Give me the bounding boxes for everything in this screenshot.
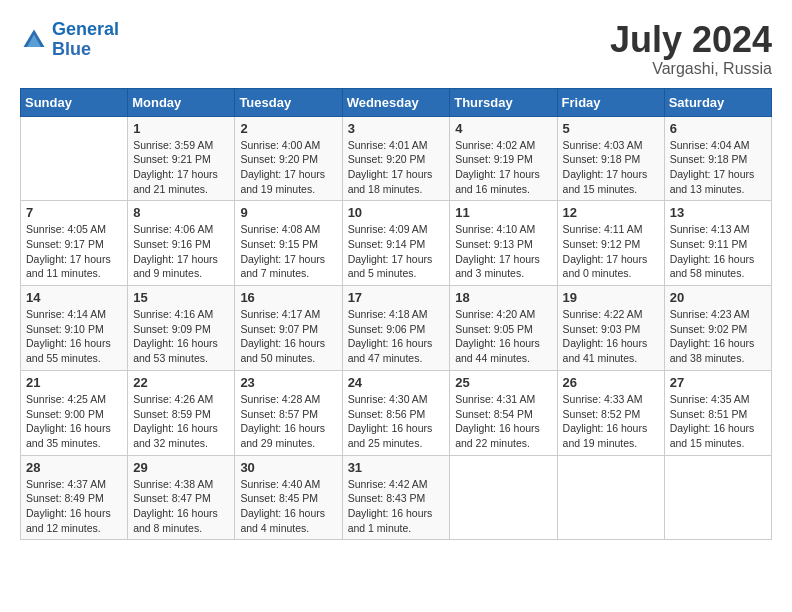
day-info: Sunrise: 4:23 AMSunset: 9:02 PMDaylight:… <box>670 307 766 366</box>
calendar-cell: 9Sunrise: 4:08 AMSunset: 9:15 PMDaylight… <box>235 201 342 286</box>
month-title: July 2024 <box>610 20 772 60</box>
day-info: Sunrise: 4:38 AMSunset: 8:47 PMDaylight:… <box>133 477 229 536</box>
calendar-cell: 5Sunrise: 4:03 AMSunset: 9:18 PMDaylight… <box>557 116 664 201</box>
title-block: July 2024 Vargashi, Russia <box>610 20 772 78</box>
day-number: 10 <box>348 205 445 220</box>
calendar-cell: 16Sunrise: 4:17 AMSunset: 9:07 PMDayligh… <box>235 286 342 371</box>
calendar-cell: 25Sunrise: 4:31 AMSunset: 8:54 PMDayligh… <box>450 370 557 455</box>
logo-line1: General <box>52 19 119 39</box>
calendar-cell: 7Sunrise: 4:05 AMSunset: 9:17 PMDaylight… <box>21 201 128 286</box>
calendar-cell: 1Sunrise: 3:59 AMSunset: 9:21 PMDaylight… <box>128 116 235 201</box>
calendar-cell: 18Sunrise: 4:20 AMSunset: 9:05 PMDayligh… <box>450 286 557 371</box>
page-header: General Blue July 2024 Vargashi, Russia <box>20 20 772 78</box>
day-info: Sunrise: 4:18 AMSunset: 9:06 PMDaylight:… <box>348 307 445 366</box>
calendar-table: Sunday Monday Tuesday Wednesday Thursday… <box>20 88 772 541</box>
day-info: Sunrise: 4:03 AMSunset: 9:18 PMDaylight:… <box>563 138 659 197</box>
calendar-cell: 26Sunrise: 4:33 AMSunset: 8:52 PMDayligh… <box>557 370 664 455</box>
day-number: 17 <box>348 290 445 305</box>
day-info: Sunrise: 4:28 AMSunset: 8:57 PMDaylight:… <box>240 392 336 451</box>
calendar-cell: 27Sunrise: 4:35 AMSunset: 8:51 PMDayligh… <box>664 370 771 455</box>
calendar-cell: 8Sunrise: 4:06 AMSunset: 9:16 PMDaylight… <box>128 201 235 286</box>
calendar-week-3: 21Sunrise: 4:25 AMSunset: 9:00 PMDayligh… <box>21 370 772 455</box>
calendar-cell: 19Sunrise: 4:22 AMSunset: 9:03 PMDayligh… <box>557 286 664 371</box>
calendar-header: Sunday Monday Tuesday Wednesday Thursday… <box>21 88 772 116</box>
header-saturday: Saturday <box>664 88 771 116</box>
day-number: 19 <box>563 290 659 305</box>
logo-line2: Blue <box>52 39 91 59</box>
calendar-cell: 21Sunrise: 4:25 AMSunset: 9:00 PMDayligh… <box>21 370 128 455</box>
calendar-cell: 14Sunrise: 4:14 AMSunset: 9:10 PMDayligh… <box>21 286 128 371</box>
day-number: 7 <box>26 205 122 220</box>
logo: General Blue <box>20 20 119 60</box>
day-number: 14 <box>26 290 122 305</box>
calendar-cell: 17Sunrise: 4:18 AMSunset: 9:06 PMDayligh… <box>342 286 450 371</box>
day-number: 28 <box>26 460 122 475</box>
calendar-week-4: 28Sunrise: 4:37 AMSunset: 8:49 PMDayligh… <box>21 455 772 540</box>
header-wednesday: Wednesday <box>342 88 450 116</box>
calendar-body: 1Sunrise: 3:59 AMSunset: 9:21 PMDaylight… <box>21 116 772 540</box>
header-row: Sunday Monday Tuesday Wednesday Thursday… <box>21 88 772 116</box>
day-number: 18 <box>455 290 551 305</box>
day-info: Sunrise: 4:00 AMSunset: 9:20 PMDaylight:… <box>240 138 336 197</box>
calendar-cell: 20Sunrise: 4:23 AMSunset: 9:02 PMDayligh… <box>664 286 771 371</box>
calendar-cell <box>450 455 557 540</box>
day-info: Sunrise: 4:05 AMSunset: 9:17 PMDaylight:… <box>26 222 122 281</box>
header-monday: Monday <box>128 88 235 116</box>
day-info: Sunrise: 4:14 AMSunset: 9:10 PMDaylight:… <box>26 307 122 366</box>
day-number: 24 <box>348 375 445 390</box>
day-number: 13 <box>670 205 766 220</box>
day-number: 4 <box>455 121 551 136</box>
day-info: Sunrise: 4:10 AMSunset: 9:13 PMDaylight:… <box>455 222 551 281</box>
calendar-cell <box>557 455 664 540</box>
calendar-cell: 6Sunrise: 4:04 AMSunset: 9:18 PMDaylight… <box>664 116 771 201</box>
day-number: 3 <box>348 121 445 136</box>
day-info: Sunrise: 4:11 AMSunset: 9:12 PMDaylight:… <box>563 222 659 281</box>
day-number: 11 <box>455 205 551 220</box>
calendar-cell <box>664 455 771 540</box>
calendar-week-2: 14Sunrise: 4:14 AMSunset: 9:10 PMDayligh… <box>21 286 772 371</box>
day-number: 23 <box>240 375 336 390</box>
day-info: Sunrise: 4:02 AMSunset: 9:19 PMDaylight:… <box>455 138 551 197</box>
day-number: 16 <box>240 290 336 305</box>
day-number: 29 <box>133 460 229 475</box>
day-info: Sunrise: 4:17 AMSunset: 9:07 PMDaylight:… <box>240 307 336 366</box>
day-number: 31 <box>348 460 445 475</box>
calendar-cell: 12Sunrise: 4:11 AMSunset: 9:12 PMDayligh… <box>557 201 664 286</box>
calendar-cell: 23Sunrise: 4:28 AMSunset: 8:57 PMDayligh… <box>235 370 342 455</box>
day-number: 20 <box>670 290 766 305</box>
day-info: Sunrise: 4:26 AMSunset: 8:59 PMDaylight:… <box>133 392 229 451</box>
day-info: Sunrise: 4:09 AMSunset: 9:14 PMDaylight:… <box>348 222 445 281</box>
logo-text: General Blue <box>52 20 119 60</box>
day-number: 21 <box>26 375 122 390</box>
calendar-cell: 4Sunrise: 4:02 AMSunset: 9:19 PMDaylight… <box>450 116 557 201</box>
header-thursday: Thursday <box>450 88 557 116</box>
day-number: 9 <box>240 205 336 220</box>
day-info: Sunrise: 4:01 AMSunset: 9:20 PMDaylight:… <box>348 138 445 197</box>
day-info: Sunrise: 4:06 AMSunset: 9:16 PMDaylight:… <box>133 222 229 281</box>
calendar-cell: 15Sunrise: 4:16 AMSunset: 9:09 PMDayligh… <box>128 286 235 371</box>
day-info: Sunrise: 4:31 AMSunset: 8:54 PMDaylight:… <box>455 392 551 451</box>
day-info: Sunrise: 4:37 AMSunset: 8:49 PMDaylight:… <box>26 477 122 536</box>
header-friday: Friday <box>557 88 664 116</box>
day-info: Sunrise: 4:35 AMSunset: 8:51 PMDaylight:… <box>670 392 766 451</box>
day-info: Sunrise: 4:30 AMSunset: 8:56 PMDaylight:… <box>348 392 445 451</box>
calendar-cell: 3Sunrise: 4:01 AMSunset: 9:20 PMDaylight… <box>342 116 450 201</box>
logo-icon <box>20 26 48 54</box>
day-info: Sunrise: 4:33 AMSunset: 8:52 PMDaylight:… <box>563 392 659 451</box>
day-number: 22 <box>133 375 229 390</box>
day-number: 26 <box>563 375 659 390</box>
day-info: Sunrise: 3:59 AMSunset: 9:21 PMDaylight:… <box>133 138 229 197</box>
day-number: 30 <box>240 460 336 475</box>
day-info: Sunrise: 4:20 AMSunset: 9:05 PMDaylight:… <box>455 307 551 366</box>
calendar-cell: 13Sunrise: 4:13 AMSunset: 9:11 PMDayligh… <box>664 201 771 286</box>
calendar-week-0: 1Sunrise: 3:59 AMSunset: 9:21 PMDaylight… <box>21 116 772 201</box>
day-number: 6 <box>670 121 766 136</box>
calendar-week-1: 7Sunrise: 4:05 AMSunset: 9:17 PMDaylight… <box>21 201 772 286</box>
calendar-cell: 24Sunrise: 4:30 AMSunset: 8:56 PMDayligh… <box>342 370 450 455</box>
day-number: 5 <box>563 121 659 136</box>
day-info: Sunrise: 4:22 AMSunset: 9:03 PMDaylight:… <box>563 307 659 366</box>
day-number: 1 <box>133 121 229 136</box>
day-info: Sunrise: 4:16 AMSunset: 9:09 PMDaylight:… <box>133 307 229 366</box>
day-number: 12 <box>563 205 659 220</box>
day-info: Sunrise: 4:04 AMSunset: 9:18 PMDaylight:… <box>670 138 766 197</box>
